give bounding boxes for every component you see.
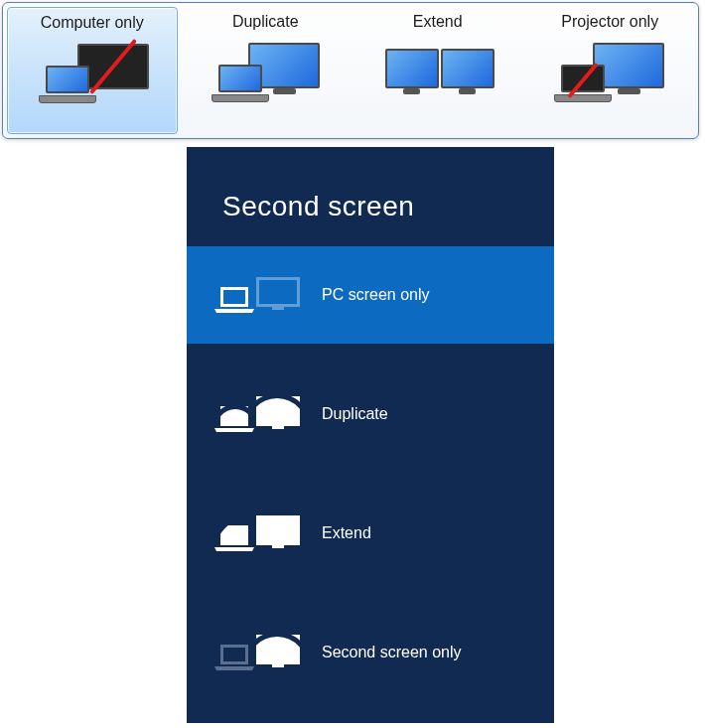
display-switch-popup-win7: Computer only Duplicate Extend Projector… [2,2,699,139]
item-pc-screen-only[interactable]: PC screen only [187,246,554,344]
extend-icon [363,37,512,116]
option-label: Projector only [561,13,658,31]
duplicate-icon [191,37,340,116]
item-second-screen-only[interactable]: Second screen only [187,604,554,701]
second-screen-charm-panel: Second screen PC screen only Duplicate [187,147,554,723]
projector-only-icon [535,37,684,116]
item-extend[interactable]: Extend [187,485,554,582]
item-label: Second screen only [322,644,462,661]
option-extend[interactable]: Extend [353,7,522,134]
option-duplicate[interactable]: Duplicate [182,7,351,134]
item-duplicate[interactable]: Duplicate [187,365,554,463]
option-computer-only[interactable]: Computer only [7,7,178,134]
option-label: Computer only [41,14,144,32]
option-projector-only[interactable]: Projector only [526,7,695,134]
second-screen-only-icon [216,623,306,682]
panel-title: Second screen [187,147,554,246]
pc-screen-only-icon [216,265,306,325]
extend-icon [216,504,306,563]
computer-only-icon [18,38,167,117]
option-label: Extend [413,13,463,31]
item-label: Extend [322,524,371,542]
option-label: Duplicate [232,13,299,31]
item-label: Duplicate [322,405,388,423]
duplicate-icon [216,384,306,444]
item-label: PC screen only [322,286,430,304]
